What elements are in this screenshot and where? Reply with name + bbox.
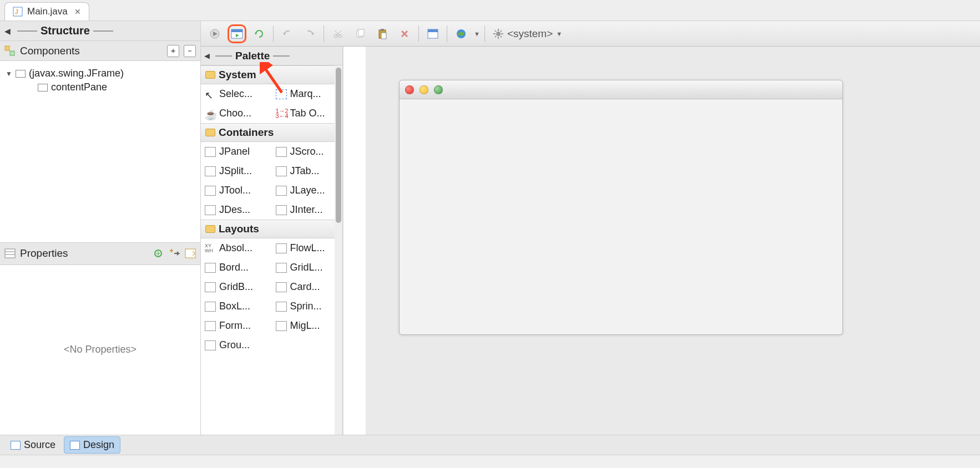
editor-tab-main[interactable]: J Main.java ✕ bbox=[4, 2, 89, 21]
miglayout-icon bbox=[276, 321, 287, 331]
palette-item-grouplayout[interactable]: Grou... bbox=[201, 335, 342, 355]
taborder-icon: 1→23←4 bbox=[276, 109, 287, 119]
palette-list[interactable]: System ↖Selec... Marq... ☕Choo... 1→23←4… bbox=[201, 65, 342, 435]
palette-category-layouts[interactable]: Layouts bbox=[201, 220, 342, 238]
tab-design[interactable]: Design bbox=[64, 436, 120, 454]
look-and-feel-selector[interactable]: <system> ▼ bbox=[489, 28, 565, 40]
frame-icon bbox=[16, 70, 26, 78]
palette-item-taborder[interactable]: 1→23←4Tab O... bbox=[272, 104, 343, 123]
svg-text:J: J bbox=[15, 8, 18, 15]
springlayout-icon bbox=[276, 302, 287, 312]
preview-button[interactable] bbox=[228, 24, 246, 43]
components-label: Components bbox=[20, 45, 80, 57]
gridlayout-icon bbox=[276, 263, 287, 273]
svg-rect-8 bbox=[185, 249, 195, 258]
scrollbar-thumb[interactable] bbox=[336, 68, 341, 223]
palette-item-jscrollpane[interactable]: JScro... bbox=[272, 142, 343, 161]
tree-row-root[interactable]: ▼ (javax.swing.JFrame) bbox=[6, 67, 195, 80]
reparse-button[interactable] bbox=[250, 24, 269, 43]
toolbar-separator bbox=[273, 26, 274, 42]
toolbar-separator bbox=[484, 26, 485, 42]
svg-marker-16 bbox=[312, 32, 314, 35]
tab-source[interactable]: Source bbox=[4, 436, 62, 454]
palette-category-system[interactable]: System bbox=[201, 65, 342, 84]
palette-scrollbar[interactable] bbox=[335, 65, 342, 435]
cursor-icon: ↖ bbox=[205, 89, 216, 99]
window-minimize-icon[interactable] bbox=[420, 85, 428, 94]
palette-item-gridlayout[interactable]: GridL... bbox=[272, 258, 343, 277]
palette-item-jpanel[interactable]: JPanel bbox=[201, 142, 272, 161]
editor-tabs: J Main.java ✕ bbox=[0, 0, 980, 21]
palette-item-formlayout[interactable]: Form... bbox=[201, 316, 272, 335]
svg-rect-2 bbox=[5, 46, 9, 50]
redo-button[interactable] bbox=[300, 24, 319, 43]
palette-item-jsplitpane[interactable]: JSplit... bbox=[201, 161, 272, 181]
preview-window[interactable] bbox=[399, 80, 843, 335]
window-zoom-icon[interactable] bbox=[434, 85, 443, 94]
svg-rect-22 bbox=[358, 29, 364, 36]
convert-icon[interactable] bbox=[168, 248, 180, 259]
svg-rect-3 bbox=[10, 51, 14, 55]
undo-button[interactable] bbox=[278, 24, 297, 43]
designer-toolbar: ▼ <system> ▼ bbox=[201, 21, 980, 47]
bottom-tabs: Source Design bbox=[0, 435, 980, 455]
palette-item-jinternalframe[interactable]: JInter... bbox=[272, 200, 343, 220]
design-canvas[interactable] bbox=[343, 47, 980, 435]
palette-heading: ◀ Palette bbox=[201, 47, 342, 65]
components-tree[interactable]: ▼ (javax.swing.JFrame) contentPane bbox=[0, 61, 200, 243]
palette-item-cardlayout[interactable]: Card... bbox=[272, 277, 343, 297]
canvas-background bbox=[366, 47, 980, 435]
paste-button[interactable] bbox=[373, 24, 392, 43]
collapse-left-icon[interactable]: ◀ bbox=[4, 27, 11, 35]
externalize-button[interactable] bbox=[452, 24, 471, 43]
close-icon[interactable]: ✕ bbox=[74, 7, 81, 16]
palette-item-selection[interactable]: ↖Selec... bbox=[201, 84, 272, 104]
palette-item-jtoolbar[interactable]: JTool... bbox=[201, 181, 272, 200]
beans-icon: ☕ bbox=[205, 109, 216, 119]
palette-item-jdesktoppane[interactable]: JDes... bbox=[201, 200, 272, 220]
category-label: Containers bbox=[219, 126, 274, 139]
layout-assistant-button[interactable] bbox=[423, 24, 442, 43]
cut-button[interactable] bbox=[329, 24, 347, 43]
palette-item-springlayout[interactable]: Sprin... bbox=[272, 297, 343, 316]
show-events-icon[interactable] bbox=[185, 248, 196, 258]
svg-rect-27 bbox=[428, 29, 438, 32]
preview-titlebar[interactable] bbox=[400, 80, 842, 99]
tree-row-child[interactable]: contentPane bbox=[6, 80, 195, 94]
palette-category-containers[interactable]: Containers bbox=[201, 123, 342, 142]
decor-line bbox=[273, 55, 290, 57]
panel-icon bbox=[38, 84, 48, 91]
copy-button[interactable] bbox=[351, 24, 370, 43]
decor-line bbox=[17, 30, 37, 32]
svg-rect-25 bbox=[381, 33, 386, 39]
palette-item-gridbaglayout[interactable]: GridB... bbox=[201, 277, 272, 297]
footer-strip bbox=[0, 455, 980, 468]
palette-item-choose[interactable]: ☕Choo... bbox=[201, 104, 272, 123]
properties-body: <No Properties> bbox=[0, 265, 200, 435]
delete-button[interactable] bbox=[395, 24, 414, 43]
window-close-icon[interactable] bbox=[405, 85, 414, 94]
palette-item-borderlayout[interactable]: Bord... bbox=[201, 258, 272, 277]
svg-rect-12 bbox=[231, 29, 243, 32]
palette-item-jtabbedpane[interactable]: JTab... bbox=[272, 161, 343, 181]
palette-item-absolute[interactable]: XYWHAbsol... bbox=[201, 238, 272, 258]
palette-item-jlayeredpane[interactable]: JLaye... bbox=[272, 181, 343, 200]
expand-icon[interactable]: ▼ bbox=[6, 70, 12, 78]
collapse-all-button[interactable]: － bbox=[184, 45, 196, 57]
editor-column: ▼ <system> ▼ ◀ Palette bbox=[201, 21, 980, 435]
dropdown-icon[interactable]: ▼ bbox=[474, 30, 480, 37]
palette-item-flowlayout[interactable]: FlowL... bbox=[272, 238, 343, 258]
palette-item-boxlayout[interactable]: BoxL... bbox=[201, 297, 272, 316]
palette-item-marquee[interactable]: Marq... bbox=[272, 84, 343, 104]
collapse-left-icon[interactable]: ◀ bbox=[204, 52, 210, 60]
test-button[interactable] bbox=[205, 24, 224, 43]
expand-all-button[interactable]: ＋ bbox=[167, 45, 179, 57]
java-file-icon: J bbox=[13, 7, 23, 17]
goto-definition-icon[interactable] bbox=[153, 248, 164, 259]
scrollpane-icon bbox=[276, 147, 287, 157]
toolbar-separator bbox=[447, 26, 447, 42]
palette-item-miglayout[interactable]: MigL... bbox=[272, 316, 343, 335]
splitpane-icon bbox=[205, 166, 216, 176]
structure-column: ◀ Structure Components ＋ － ▼ (jav bbox=[0, 21, 201, 435]
properties-bar: Properties bbox=[0, 243, 200, 265]
